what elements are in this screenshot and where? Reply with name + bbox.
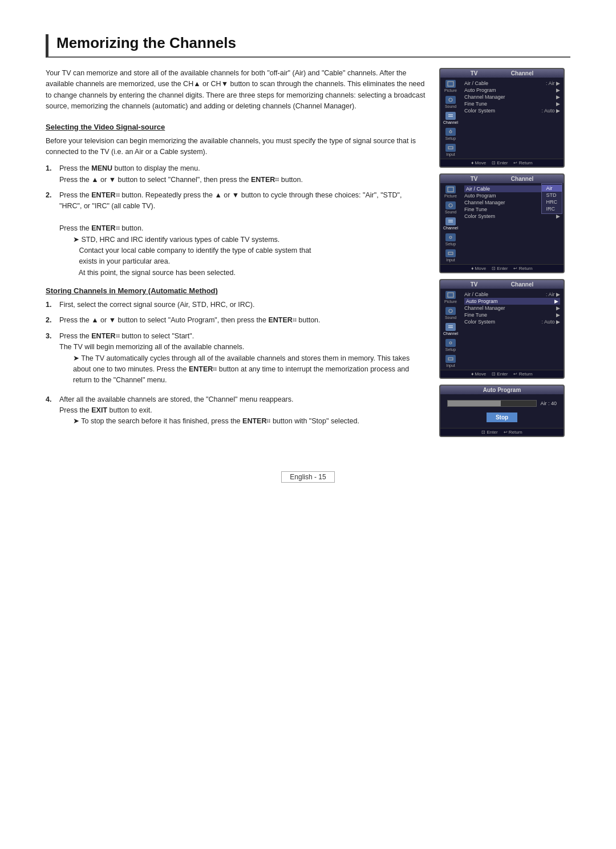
channel-icon-3 (445, 323, 456, 331)
ap-body: Air : 40 Stop (440, 394, 564, 428)
screenshot-panel-4: Auto Program Air : 40 Stop ⊡ Enter ↩ Ret… (439, 385, 565, 437)
svg-rect-0 (448, 82, 453, 86)
stop-button[interactable]: Stop (487, 413, 517, 422)
sidebar-label-setup-3: Setup (445, 347, 456, 351)
sound-icon-3 (445, 307, 456, 315)
sidebar-label-channel-3: Channel (443, 331, 458, 335)
step-1-1: 1. Press the MENU button to display the … (46, 163, 425, 185)
sidebar-picture-1: Picture (444, 80, 457, 92)
step-2-1: 1. First, select the correct signal sour… (46, 300, 425, 310)
intro-paragraph: Your TV can memorize and store all of th… (46, 68, 425, 112)
sidebar-setup-3: Setup (445, 339, 456, 351)
sidebar-input-3: Input (445, 355, 456, 367)
panel3-row-chanmgr: Channel Manager ▶ (464, 305, 560, 312)
sidebar-input-2: Input (445, 249, 456, 262)
sidebar-sound-1: Sound (445, 96, 456, 108)
right-screenshots: TV Channel Picture Sound (439, 68, 570, 437)
panel3-row-finetune: Fine Tune ▶ (464, 312, 560, 318)
panel1-enter: ⊡ Enter (492, 160, 508, 165)
sidebar-label-input-2: Input (446, 258, 455, 262)
sidebar-label-setup-1: Setup (445, 136, 456, 140)
dropdown-option-irc: IRC (542, 205, 562, 212)
step-content-2-4: After all the available channels are sto… (59, 394, 425, 431)
step-content-2-3: Press the ENTER⌗ button to select "Start… (59, 331, 425, 390)
svg-point-11 (449, 236, 452, 238)
sidebar-label-channel-2: Channel (443, 226, 458, 230)
panel1-row-finetune: Fine Tune ▶ (464, 100, 560, 107)
panel3-row-autoprog: Auto Program ▶ (464, 298, 560, 305)
step-2-2: 2. Press the ▲ or ▼ button to select "Au… (46, 315, 425, 326)
step-num-1-1: 1. (46, 163, 55, 185)
sidebar-label-picture-1: Picture (444, 88, 457, 92)
step-text-2-1: First, select the correct signal source … (59, 301, 254, 309)
svg-point-14 (449, 309, 452, 313)
ap-progress-area: Air : 40 (447, 400, 557, 407)
panel3-return: ↩ Return (513, 371, 532, 377)
step-2-4: 4. After all the available channels are … (46, 394, 425, 431)
step-text-2-4: After all the available channels are sto… (59, 395, 294, 414)
panel3-body: Picture Sound Channel (440, 289, 564, 370)
picture-icon-1 (445, 80, 456, 88)
page-title: Memorizing the Channels (56, 34, 570, 52)
setup-icon-2 (445, 233, 456, 241)
sidebar-sound-2: Sound (445, 201, 456, 214)
panel2-bottom: ♦ Move ⊡ Enter ↩ Return (440, 264, 564, 272)
svg-rect-18 (448, 358, 453, 360)
svg-rect-13 (448, 293, 453, 297)
picture-icon-3 (445, 291, 456, 299)
sidebar-channel-2: Channel (443, 217, 458, 230)
left-content: Your TV can memorize and store all of th… (46, 68, 425, 435)
sidebar-label-sound-2: Sound (445, 210, 456, 214)
panel3-enter: ⊡ Enter (492, 371, 508, 377)
sidebar-channel-1: Channel (443, 112, 458, 124)
sidebar-setup-1: Setup (445, 128, 456, 140)
svg-point-4 (449, 131, 452, 133)
svg-point-1 (449, 98, 452, 102)
panel4-return: ↩ Return (504, 430, 522, 435)
panel1-title: TV Channel (440, 69, 564, 78)
channel-icon-1 (445, 112, 456, 120)
ap-title: Auto Program (440, 386, 564, 394)
sound-icon-1 (445, 96, 456, 104)
panel1-row-autoprog: Auto Program ▶ (464, 87, 560, 94)
sidebar-picture-2: Picture (444, 185, 457, 198)
input-icon-3 (445, 355, 456, 363)
panel2-menu: Air / Cable ▶ Auto Program ▶ Channel Man… (461, 183, 564, 264)
svg-rect-6 (448, 147, 453, 149)
step-content-1-2: Press the ENTER⌗ button. Repeatedly pres… (59, 190, 425, 282)
sidebar-sound-3: Sound (445, 307, 456, 320)
sidebar-label-channel-1: Channel (443, 120, 458, 124)
sidebar-input-1: Input (445, 144, 456, 156)
panel2-move: ♦ Move (471, 266, 486, 271)
step-sub-2-3-detail: ➤ The TV automatically cycles through al… (73, 353, 425, 386)
svg-rect-12 (448, 252, 453, 254)
picture-icon-2 (445, 185, 456, 193)
screenshot-panel-2: TV Channel Picture Sound (439, 173, 565, 273)
panel3-row-aircable: Air / Cable : Air ▶ (464, 291, 560, 298)
panel3-title: TV Channel (440, 280, 564, 289)
step-1-2: 2. Press the ENTER⌗ button. Repeatedly p… (46, 190, 425, 282)
panel2-body: Picture Sound Channel (440, 183, 564, 264)
panel1-move: ♦ Move (471, 160, 486, 165)
step-sub-2-4: ➤ To stop the search before it has finis… (73, 416, 425, 427)
page-title-section: Memorizing the Channels (46, 34, 570, 58)
sidebar-label-setup-2: Setup (445, 242, 456, 246)
channel-icon-2 (445, 217, 456, 225)
screenshot-panel-1: TV Channel Picture Sound (439, 68, 565, 168)
sound-icon-2 (445, 201, 456, 209)
sidebar-channel-3: Channel (443, 323, 458, 335)
panel2-return: ↩ Return (513, 266, 532, 271)
section1-body: Before your television can begin memoriz… (46, 136, 425, 158)
sidebar-label-picture-2: Picture (444, 194, 457, 198)
step-text-2-2: Press the ▲ or ▼ button to select "Auto … (59, 316, 321, 324)
step-num-2-4: 4. (46, 394, 55, 431)
panel4-bottom: ⊡ Enter ↩ Return (440, 428, 564, 436)
panel1-row-chanmgr: Channel Manager ▶ (464, 94, 560, 100)
panel3-row-colorsys: Color System : Auto ▶ (464, 318, 560, 325)
sidebar-label-sound-1: Sound (445, 104, 456, 108)
input-icon-1 (445, 144, 456, 152)
step-num-1-2: 2. (46, 190, 55, 282)
panel1-row-aircable: Air / Cable : Air ▶ (464, 80, 560, 87)
step-sub-2-3: The TV will begin memorizing all of the … (59, 343, 244, 351)
dropdown-option-hrc: HRC (542, 199, 562, 205)
